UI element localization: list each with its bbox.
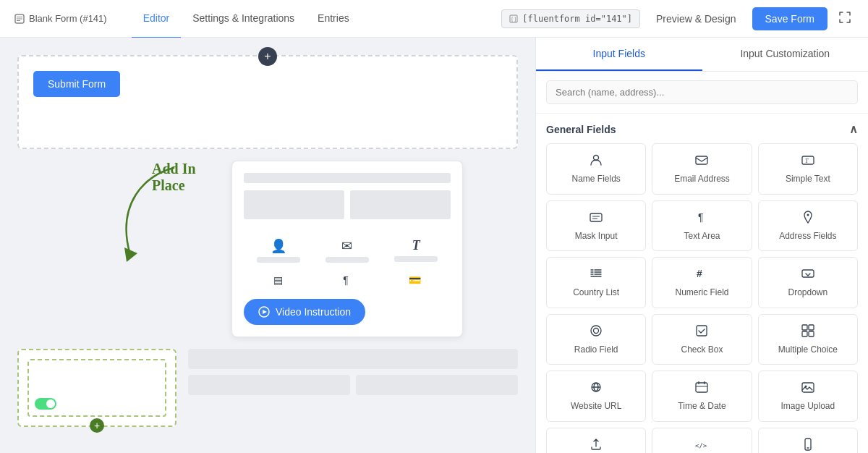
field-card-image-upload[interactable]: Image Upload (758, 371, 858, 422)
mask-input-icon (589, 210, 603, 226)
website-url-label: Website URL (571, 401, 621, 412)
phone-mobile-icon (801, 437, 815, 453)
tab-input-customization[interactable]: Input Customization (702, 38, 869, 71)
svg-text:</>: </> (695, 442, 707, 449)
check-box-icon (694, 323, 709, 340)
mini-field-icons-row1: 👤 ✉ T (244, 231, 451, 270)
svg-text:¶: ¶ (698, 211, 704, 223)
svg-text:T: T (805, 158, 809, 164)
field-card-file-upload[interactable]: File Upload (546, 428, 646, 453)
add-in-place-label: Add In Place (152, 161, 217, 194)
country-list-icon (589, 266, 603, 283)
add-field-green-plus[interactable]: + (90, 418, 104, 433)
field-card-custom-html[interactable]: </> Custom HTML (652, 428, 752, 453)
field-card-email[interactable]: Email Address (652, 143, 752, 195)
svg-rect-24 (809, 325, 814, 330)
mini-form-preview: 👤 ✉ T ▤ (231, 161, 463, 337)
brand-title: Blank Form (#141) (14, 13, 107, 24)
mask-input-label: Mask Input (575, 231, 618, 242)
panel-search (536, 72, 868, 114)
file-upload-icon (589, 437, 603, 453)
preview-button[interactable]: Preview & Design (649, 9, 744, 29)
field-card-simple-text[interactable]: T Simple Text (758, 143, 858, 195)
dropdown-label: Dropdown (788, 287, 827, 299)
field-card-radio[interactable]: Radio Field (546, 314, 646, 365)
svg-point-17 (807, 213, 809, 216)
field-card-website-url[interactable]: Website URL (546, 371, 646, 422)
multiple-choice-icon (801, 323, 815, 340)
field-card-multiple-choice[interactable]: Multiple Choice (758, 314, 858, 365)
panel-body: General Fields ∧ Name Fields Email Addre (536, 114, 868, 453)
custom-html-icon: </> (694, 437, 709, 453)
svg-rect-25 (802, 331, 807, 336)
general-fields-chevron[interactable]: ∧ (849, 122, 858, 136)
address-fields-icon (801, 210, 815, 226)
field-card-numeric[interactable]: # Numeric Field (652, 257, 752, 308)
svg-rect-13 (590, 213, 602, 221)
bottom-preview: + (17, 349, 518, 427)
field-card-time-date[interactable]: Time & Date (652, 371, 752, 422)
shortcode-badge[interactable]: [] [fluentform id="141"] (501, 9, 640, 28)
svg-point-21 (594, 328, 599, 333)
svg-rect-27 (696, 383, 707, 392)
text-area-label: Text Area (684, 231, 720, 242)
general-fields-header: General Fields ∧ (546, 114, 858, 143)
bottom-right-preview (188, 349, 518, 427)
simple-text-icon: T (801, 153, 815, 169)
field-card-mask-input[interactable]: Mask Input (546, 200, 646, 252)
svg-text:[]: [] (511, 17, 516, 22)
bottom-left-widget: + (17, 349, 176, 427)
simple-text-label: Simple Text (786, 174, 830, 185)
nav-right: [] [fluentform id="141"] Preview & Desig… (501, 7, 854, 30)
radio-field-icon (589, 323, 603, 340)
country-list-label: Country List (573, 287, 619, 299)
illustration-area: Add In Place 👤 (17, 161, 518, 337)
name-fields-icon (589, 153, 603, 169)
tab-settings[interactable]: Settings & Integrations (181, 0, 306, 38)
mini-field-icons-row2: ▤ ¶ 💳 (244, 270, 451, 290)
save-button[interactable]: Save Form (752, 7, 827, 30)
email-address-icon (694, 153, 709, 169)
add-field-plus-button[interactable]: + (258, 47, 277, 66)
tab-input-fields[interactable]: Input Fields (536, 38, 702, 71)
numeric-field-icon: # (694, 266, 709, 283)
field-card-name[interactable]: Name Fields (546, 143, 646, 195)
dropdown-icon (801, 266, 815, 283)
svg-text:#: # (697, 268, 702, 279)
email-address-label: Email Address (674, 174, 730, 185)
video-instruction-button[interactable]: Video Instruction (244, 299, 365, 325)
fullscreen-icon (839, 12, 851, 23)
panel-tabs: Input Fields Input Customization (536, 38, 868, 72)
image-upload-icon (801, 380, 815, 397)
svg-rect-26 (809, 331, 814, 336)
submit-form-button[interactable]: Submit Form (33, 71, 120, 97)
tab-entries[interactable]: Entries (306, 0, 361, 38)
time-date-icon (694, 380, 709, 397)
field-card-checkbox[interactable]: Check Box (652, 314, 752, 365)
radio-field-label: Radio Field (574, 344, 618, 356)
check-box-label: Check Box (681, 344, 723, 356)
fullscreen-button[interactable] (836, 9, 854, 28)
tab-editor[interactable]: Editor (132, 0, 182, 38)
svg-rect-22 (697, 326, 707, 336)
name-fields-label: Name Fields (571, 174, 620, 185)
form-icon (14, 14, 25, 24)
field-card-text-area[interactable]: ¶ Text Area (652, 200, 752, 252)
form-canvas: + Submit Form (17, 55, 518, 149)
search-input[interactable] (546, 80, 858, 104)
field-card-country-list[interactable]: Country List (546, 257, 646, 308)
address-fields-label: Address Fields (779, 231, 836, 242)
field-card-phone[interactable]: Phone/Mobile Field (758, 428, 858, 453)
website-url-icon (589, 380, 603, 397)
general-fields-grid: Name Fields Email Address T Simple Text (546, 143, 858, 453)
top-navigation: Blank Form (#141) Editor Settings & Inte… (0, 0, 868, 38)
field-card-dropdown[interactable]: Dropdown (758, 257, 858, 308)
field-card-address[interactable]: Address Fields (758, 200, 858, 252)
svg-rect-31 (802, 383, 814, 392)
code-icon: [] (509, 14, 518, 23)
text-area-icon: ¶ (694, 210, 709, 226)
editor-area: + Submit Form Add In Place (0, 38, 535, 453)
time-date-label: Time & Date (678, 401, 726, 412)
nav-tabs: Editor Settings & Integrations Entries (132, 0, 361, 38)
numeric-field-label: Numeric Field (675, 287, 728, 299)
